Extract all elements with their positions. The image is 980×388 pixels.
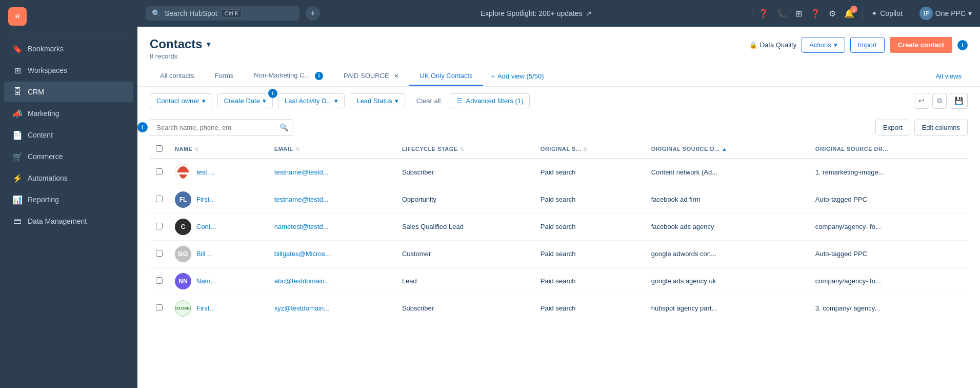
data-management-icon: 🗃 — [12, 216, 23, 226]
row-checkbox[interactable] — [156, 223, 163, 229]
sidebar-item-content[interactable]: 📄 Content — [4, 125, 133, 145]
contact-owner-filter[interactable]: Contact owner ▾ — [150, 93, 212, 108]
user-name: One PPC — [935, 9, 966, 17]
notifications-icon[interactable]: 🔔 1 — [844, 9, 854, 18]
row-name-cell: BG Bill ... — [169, 240, 268, 267]
row-checkbox-cell[interactable] — [150, 213, 169, 240]
user-menu[interactable]: 1P One PPC ▾ — [919, 7, 972, 20]
sidebar-item-automations[interactable]: ⚡ Automations — [4, 168, 133, 188]
row-original-d-cell: google ads agency uk — [645, 267, 809, 295]
notification-badge: 1 — [850, 6, 857, 13]
data-quality-button[interactable]: 🔒 Data Quality — [749, 41, 797, 49]
tab-forms[interactable]: Forms — [204, 67, 244, 86]
all-views-button[interactable]: All views — [929, 67, 968, 85]
table-toolbar: i 🔍 Export Edit columns — [137, 115, 980, 140]
row-checkbox-cell[interactable] — [150, 240, 169, 267]
save-button[interactable]: 💾 — [950, 93, 968, 109]
copy-button[interactable]: ⧉ — [932, 93, 947, 109]
row-checkbox[interactable] — [156, 277, 163, 284]
contact-email-link[interactable]: testname@testd... — [274, 196, 329, 203]
page-title-dropdown-icon[interactable]: ▾ — [207, 40, 210, 48]
advanced-filters-label: Advanced filters (1) — [466, 97, 523, 105]
row-original-d-cell: Content network (Ad... — [645, 159, 809, 186]
tab-all-contacts[interactable]: All contacts — [150, 67, 204, 86]
last-activity-filter[interactable]: Last Activity D... ▾ — [278, 93, 345, 108]
col-header-lifecycle[interactable]: LIFECYCLE STAGE ⇅ — [396, 140, 534, 159]
tab-uk-only[interactable]: UK Only Contacts — [409, 67, 483, 86]
col-original-d-label: ORIGINAL SOURCE D... — [651, 146, 720, 152]
col-header-original-dr[interactable]: ORIGINAL SOURCE DR... — [809, 140, 968, 159]
settings-icon[interactable]: ⚙ — [829, 9, 836, 18]
nav-separator-3 — [911, 7, 911, 20]
row-avatar: BG — [175, 246, 191, 262]
row-checkbox-cell[interactable] — [150, 159, 169, 186]
sidebar-item-label: Data Management — [28, 217, 87, 225]
question-icon[interactable]: ❓ — [810, 9, 821, 18]
filter-info-badge[interactable]: i — [268, 89, 277, 98]
contact-name-link[interactable]: test ... — [196, 168, 214, 176]
undo-button[interactable]: ↩ — [914, 93, 929, 109]
col-header-email[interactable]: EMAIL ⇅ — [268, 140, 396, 159]
row-checkbox[interactable] — [156, 196, 163, 202]
actions-button[interactable]: Actions ▾ — [802, 37, 845, 53]
edit-columns-button[interactable]: Edit columns — [914, 120, 968, 135]
row-checkbox[interactable] — [156, 304, 163, 311]
row-checkbox[interactable] — [156, 168, 163, 175]
clear-all-button[interactable]: Clear all — [412, 94, 445, 108]
row-checkbox-cell[interactable] — [150, 267, 169, 295]
tab-filter-info-badge[interactable]: i — [315, 72, 323, 80]
export-button[interactable]: Export — [875, 120, 910, 135]
col-header-original-d[interactable]: ORIGINAL SOURCE D... ▲ — [645, 140, 809, 159]
sidebar-item-crm[interactable]: 🗄 CRM — [4, 82, 133, 102]
hubspot-icon[interactable]: H — [8, 7, 27, 26]
spotlight-banner[interactable]: Explore Spotlight: 200+ updates ↗ — [326, 9, 746, 17]
row-checkbox[interactable] — [156, 250, 163, 257]
sidebar-item-bookmarks[interactable]: 🔖 Bookmarks — [4, 38, 133, 59]
col-header-original-s[interactable]: ORIGINAL S... ⇅ — [534, 140, 645, 159]
add-view-button[interactable]: + Add view (5/50) — [483, 67, 552, 85]
row-original-d-cell: facebook ads agency — [645, 213, 809, 240]
help-icon[interactable]: ❓ — [758, 9, 769, 18]
header-info-badge[interactable]: i — [957, 40, 968, 50]
contact-email-link[interactable]: billgates@Micros... — [274, 250, 331, 258]
select-all-header[interactable] — [150, 140, 169, 159]
row-checkbox-cell[interactable] — [150, 295, 169, 322]
tab-close-paid-source[interactable]: ✕ — [394, 72, 399, 80]
create-contact-button[interactable]: Create contact — [890, 37, 952, 53]
contact-name-link[interactable]: Nam... — [196, 277, 216, 285]
contact-email-link[interactable]: xyz@testdomain... — [274, 304, 329, 312]
row-lifecycle-cell: Lead — [396, 267, 534, 295]
sidebar-item-data-management[interactable]: 🗃 Data Management — [4, 211, 133, 231]
create-date-filter[interactable]: Create Date ▾ i — [217, 93, 273, 108]
phone-icon[interactable]: 📞 — [777, 9, 787, 18]
sidebar-item-marketing[interactable]: 📣 Marketing — [4, 103, 133, 124]
contact-name-link[interactable]: First... — [196, 304, 215, 312]
copilot-button[interactable]: ✦ Copilot — [871, 9, 903, 17]
contact-name-link[interactable]: Cont... — [196, 223, 216, 230]
search-input[interactable] — [150, 119, 293, 136]
copilot-star-icon: ✦ — [871, 9, 877, 17]
advanced-filters-button[interactable]: ☰ Advanced filters (1) — [450, 93, 530, 108]
col-header-name[interactable]: NAME ⇅ — [169, 140, 268, 159]
row-checkbox-cell[interactable] — [150, 186, 169, 213]
add-button[interactable]: + — [306, 6, 320, 21]
contact-name-link[interactable]: First... — [196, 196, 215, 203]
import-button[interactable]: Import — [850, 37, 885, 53]
contact-name-link[interactable]: Bill ... — [196, 250, 213, 258]
grid-icon[interactable]: ⊞ — [795, 9, 802, 18]
search-box[interactable]: 🔍 Search HubSpot Ctrl K — [146, 6, 299, 21]
sidebar-item-workspaces[interactable]: ⊞ Workspaces — [4, 60, 133, 81]
search-info-badge[interactable]: i — [137, 122, 148, 132]
sidebar-item-reporting[interactable]: 📊 Reporting — [4, 189, 133, 210]
contact-email-link[interactable]: testname@testd... — [274, 168, 329, 176]
lead-status-filter[interactable]: Lead Status ▾ — [350, 93, 405, 108]
contact-email-link[interactable]: abc@testdomain... — [274, 277, 330, 285]
tab-paid-source[interactable]: PAID SOURCE ✕ — [333, 67, 409, 86]
tab-non-marketing[interactable]: Non-Marketing C... i — [244, 66, 333, 86]
original-source-drill: Auto-tagged PPC — [815, 250, 867, 258]
table-body: test ... testname@testd... Subscriber Pa… — [150, 159, 968, 322]
copilot-label: Copilot — [880, 9, 903, 17]
select-all-checkbox[interactable] — [156, 145, 163, 152]
sidebar-item-commerce[interactable]: 🛒 Commerce — [4, 146, 133, 167]
contact-email-link[interactable]: nametest@testd... — [274, 223, 329, 230]
